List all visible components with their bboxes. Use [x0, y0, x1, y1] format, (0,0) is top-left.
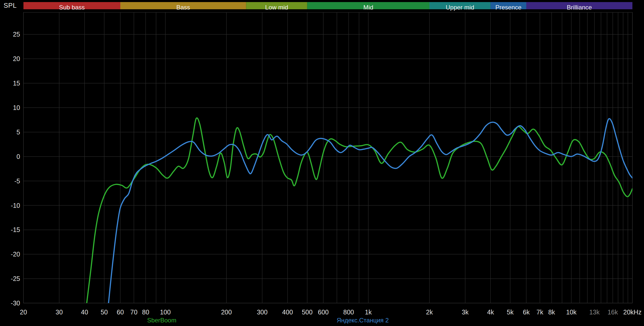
- y-tick-label: -25: [11, 275, 20, 282]
- band-label: Upper mid: [446, 4, 474, 11]
- x-tick-label: 50: [101, 308, 108, 316]
- y-tick-label: -10: [11, 202, 20, 209]
- y-tick-label: 10: [13, 104, 20, 111]
- x-tick-label: 600: [318, 308, 329, 316]
- band-label: Low mid: [265, 4, 288, 11]
- legend: SberBoomЯндекс.Станция 2: [0, 317, 644, 325]
- x-tick-label: 4k: [487, 308, 494, 316]
- x-tick-label: 7k: [537, 308, 544, 316]
- x-tick-label: 80: [142, 308, 149, 316]
- x-tick-label: 16k: [607, 308, 618, 316]
- plot-border: [23, 12, 632, 303]
- curve-sberboom: [87, 118, 632, 303]
- x-tick-label: 8k: [548, 308, 555, 316]
- y-tick-label: -15: [11, 226, 20, 233]
- band-label: Presence: [495, 4, 521, 11]
- y-axis-title: SPL: [4, 2, 17, 10]
- x-tick-label: 70: [130, 308, 138, 316]
- x-tick-label: 13k: [589, 308, 600, 316]
- spl-frequency-response-chart: Sub bassBassLow midMidUpper midPresenceB…: [0, 0, 644, 326]
- x-tick-label: 300: [257, 308, 268, 316]
- legend-item-0: SberBoom: [147, 317, 176, 324]
- x-tick-label: 60: [117, 308, 124, 316]
- band-label: Mid: [363, 4, 373, 11]
- x-tick-label: 40: [81, 308, 88, 316]
- y-tick-label: 15: [13, 80, 20, 87]
- x-tick-label: 30: [56, 308, 63, 316]
- y-tick-label: 0: [16, 153, 20, 160]
- x-tick-label: 100: [160, 308, 171, 316]
- x-tick-label: 20: [20, 308, 27, 316]
- band-label: Sub bass: [59, 4, 85, 11]
- plot-area: Sub bassBassLow midMidUpper midPresenceB…: [0, 0, 644, 326]
- band-label: Bass: [176, 4, 190, 11]
- legend-item-1: Яндекс.Станция 2: [337, 317, 389, 324]
- y-tick-label: 25: [13, 31, 20, 38]
- x-tick-label: 5k: [507, 308, 514, 316]
- x-tick-label: 1k: [365, 308, 372, 316]
- x-tick-label: 3k: [462, 308, 469, 316]
- x-tick-label: 200: [221, 308, 232, 316]
- y-tick-label: -20: [11, 251, 20, 258]
- y-tick-label: 20: [13, 55, 20, 62]
- x-tick-label: 2k: [426, 308, 433, 316]
- y-tick-label: -30: [11, 299, 20, 307]
- x-tick-label: 400: [282, 308, 293, 316]
- x-tick-label: 20kHz: [623, 308, 642, 316]
- y-tick-label: 5: [16, 128, 20, 136]
- y-tick-label: -5: [14, 177, 20, 185]
- x-tick-label: 800: [343, 308, 354, 316]
- x-tick-label: 500: [302, 308, 313, 316]
- band-label: Brilliance: [567, 4, 592, 11]
- x-tick-label: 6k: [523, 308, 530, 316]
- x-tick-label: 10k: [566, 308, 577, 316]
